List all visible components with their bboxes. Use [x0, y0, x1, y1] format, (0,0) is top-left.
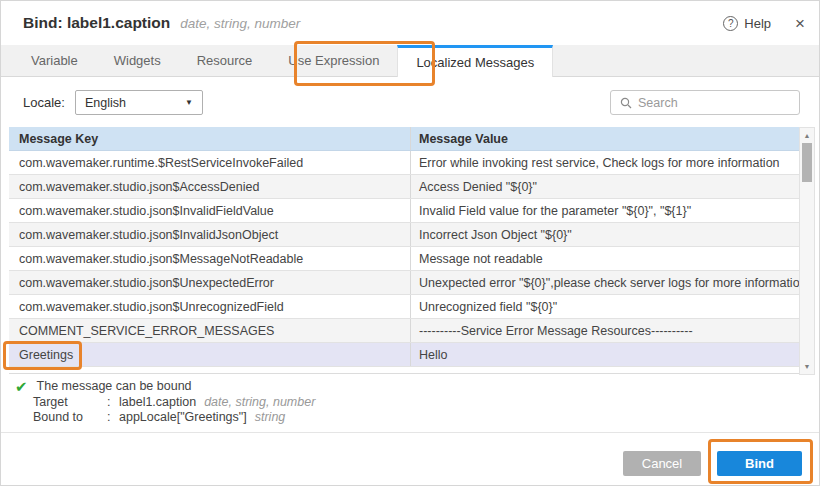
message-value-cell[interactable]: ----------Service Error Message Resource…: [410, 319, 799, 342]
column-header-message-value[interactable]: Message Value: [410, 127, 799, 150]
target-line: Target : label1.caption date, string, nu…: [33, 394, 809, 410]
tab-resource[interactable]: Resource: [179, 45, 271, 76]
status-text: The message can be bound: [37, 379, 192, 393]
check-icon: ✔: [15, 379, 28, 394]
message-key-cell[interactable]: Greetings: [9, 343, 410, 366]
bind-dialog: Bind: label1.caption date, string, numbe…: [0, 0, 820, 486]
table-header-row: Message Key Message Value: [9, 127, 799, 151]
table-row[interactable]: com.wavemaker.studio.json$MessageNotRead…: [9, 247, 799, 271]
message-key-cell[interactable]: com.wavemaker.studio.json$InvalidFieldVa…: [9, 199, 410, 222]
bound-to-value: appLocale["Greetings"]: [119, 410, 247, 424]
target-label: Target: [33, 395, 107, 409]
bound-to-colon: :: [107, 410, 119, 424]
search-icon: [620, 97, 632, 109]
tab-variable[interactable]: Variable: [13, 45, 96, 76]
locale-selected-value: English: [85, 96, 126, 110]
message-value-cell[interactable]: Hello: [410, 343, 799, 366]
message-value-cell[interactable]: Error while invoking rest service, Check…: [410, 151, 799, 174]
target-types: date, string, number: [204, 395, 315, 409]
status-line: ✔ The message can be bound: [15, 378, 809, 394]
message-key-cell[interactable]: COMMENT_SERVICE_ERROR_MESSAGES: [9, 319, 410, 342]
messages-table-body: Message Key Message Value com.wavemaker.…: [9, 127, 799, 375]
dialog-subtitle: date, string, number: [180, 16, 300, 31]
table-row[interactable]: com.wavemaker.studio.json$AccessDeniedAc…: [9, 175, 799, 199]
message-value-cell[interactable]: Unrecognized field "${0}": [410, 295, 799, 318]
message-value-cell[interactable]: Message not readable: [410, 247, 799, 270]
scroll-down-icon[interactable]: ▼: [800, 360, 814, 373]
table-row[interactable]: com.wavemaker.runtime.$RestServiceInvoke…: [9, 151, 799, 175]
toolbar: Locale: English ▼ Search: [1, 78, 819, 127]
title-bar: Bind: label1.caption date, string, numbe…: [1, 1, 819, 45]
table-row[interactable]: com.wavemaker.studio.json$InvalidFieldVa…: [9, 199, 799, 223]
message-key-cell[interactable]: com.wavemaker.studio.json$AccessDenied: [9, 175, 410, 198]
column-header-message-key[interactable]: Message Key: [9, 127, 410, 150]
target-colon: :: [107, 395, 119, 409]
help-link[interactable]: Help: [744, 16, 771, 31]
scroll-up-icon[interactable]: ▲: [800, 129, 814, 142]
table-row[interactable]: com.wavemaker.studio.json$UnexpectedErro…: [9, 271, 799, 295]
tab-widgets[interactable]: Widgets: [96, 45, 179, 76]
table-filler-row: [9, 367, 799, 374]
vertical-scrollbar[interactable]: ▲ ▼: [799, 127, 815, 375]
help-icon[interactable]: ?: [723, 16, 738, 31]
tab-bar: VariableWidgetsResourceUse ExpressionLoc…: [1, 45, 819, 77]
message-value-cell[interactable]: Access Denied "${0}": [410, 175, 799, 198]
message-value-cell[interactable]: Incorrect Json Object "${0}": [410, 223, 799, 246]
bind-button[interactable]: Bind: [717, 451, 802, 476]
locale-label: Locale:: [23, 95, 65, 110]
message-key-cell[interactable]: com.wavemaker.studio.json$InvalidJsonObj…: [9, 223, 410, 246]
search-input[interactable]: Search: [610, 90, 800, 115]
table-row[interactable]: com.wavemaker.studio.json$UnrecognizedFi…: [9, 295, 799, 319]
table-row[interactable]: GreetingsHello: [9, 343, 799, 367]
bind-summary: ✔ The message can be bound Target : labe…: [15, 378, 809, 425]
search-placeholder: Search: [638, 96, 678, 110]
table-row[interactable]: com.wavemaker.studio.json$InvalidJsonObj…: [9, 223, 799, 247]
bound-to-type: string: [255, 410, 286, 424]
locale-dropdown[interactable]: English ▼: [75, 90, 203, 115]
dialog-title: Bind: label1.caption: [23, 14, 170, 32]
message-value-cell[interactable]: Unexpected error "${0}",please check ser…: [410, 271, 799, 294]
message-key-cell[interactable]: com.wavemaker.studio.json$UnexpectedErro…: [9, 271, 410, 294]
message-value-cell[interactable]: Invalid Field value for the parameter "$…: [410, 199, 799, 222]
bound-to-label: Bound to: [33, 410, 107, 424]
message-key-cell[interactable]: com.wavemaker.studio.json$UnrecognizedFi…: [9, 295, 410, 318]
cancel-button[interactable]: Cancel: [623, 451, 701, 476]
table-rows: com.wavemaker.runtime.$RestServiceInvoke…: [9, 151, 799, 367]
scrollbar-thumb[interactable]: [802, 143, 812, 182]
tab-localized-messages[interactable]: Localized Messages: [397, 45, 553, 77]
table-row[interactable]: COMMENT_SERVICE_ERROR_MESSAGES----------…: [9, 319, 799, 343]
close-icon[interactable]: ×: [795, 15, 805, 32]
message-key-cell[interactable]: com.wavemaker.studio.json$MessageNotRead…: [9, 247, 410, 270]
messages-table: Message Key Message Value com.wavemaker.…: [9, 127, 815, 375]
footer-divider: [1, 432, 819, 433]
message-key-cell[interactable]: com.wavemaker.runtime.$RestServiceInvoke…: [9, 151, 410, 174]
tab-use-expression[interactable]: Use Expression: [270, 45, 397, 76]
chevron-down-icon: ▼: [185, 98, 193, 107]
titlebar-controls: ? Help ×: [723, 15, 805, 32]
bound-to-line: Bound to : appLocale["Greetings"] string: [33, 410, 809, 426]
target-value: label1.caption: [119, 395, 196, 409]
